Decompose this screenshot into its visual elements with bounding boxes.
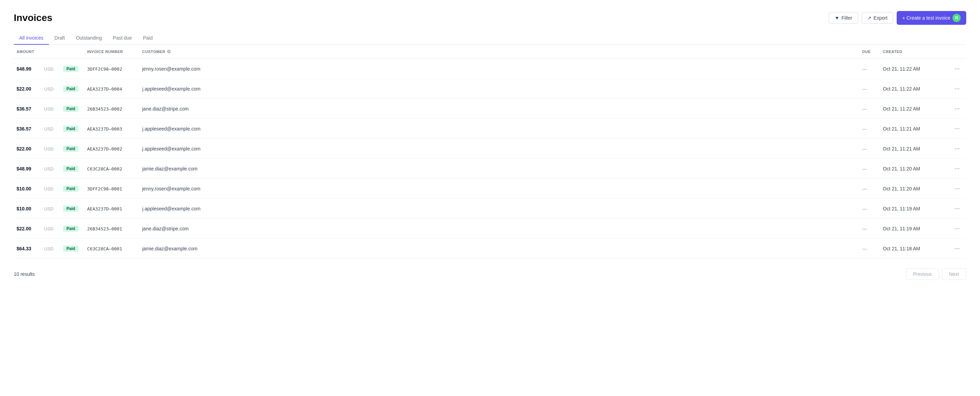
- row-status-badge: Paid: [63, 146, 78, 152]
- row-due: —: [862, 106, 867, 111]
- results-count: 10 results: [14, 271, 35, 277]
- row-amount: $48.99: [16, 166, 31, 172]
- row-more-button[interactable]: ···: [952, 143, 963, 154]
- tab-draft[interactable]: Draft: [49, 32, 70, 45]
- row-amount: $10.00: [16, 186, 31, 191]
- header-actions: ▼ Filter ↗ Export + Create a test invoic…: [829, 11, 966, 25]
- customer-settings-icon[interactable]: ⚙: [167, 49, 172, 54]
- row-due: —: [862, 246, 867, 251]
- row-currency: USD: [44, 107, 53, 111]
- row-due: —: [862, 126, 867, 132]
- row-created-date: Oct 21, 11:19 AM: [883, 226, 920, 231]
- table-row[interactable]: $10.00 USD Paid 3DFF2C98–0001 jenny.rose…: [14, 179, 966, 199]
- row-status-badge: Paid: [63, 226, 78, 232]
- row-created-date: Oct 21, 11:20 AM: [883, 186, 920, 191]
- avatar: N: [953, 14, 961, 22]
- column-actions: [949, 45, 966, 59]
- table-row[interactable]: $10.00 USD Paid AEA3237D–0001 j.applesee…: [14, 199, 966, 219]
- table-row[interactable]: $22.00 USD Paid AEA3237D–0004 j.applesee…: [14, 79, 966, 99]
- row-due: —: [862, 66, 867, 72]
- previous-button[interactable]: Previous: [906, 268, 939, 280]
- tab-outstanding[interactable]: Outstanding: [70, 32, 107, 45]
- table-footer: 10 results Previous Next: [14, 266, 966, 280]
- row-more-button[interactable]: ···: [952, 164, 963, 173]
- filter-label: Filter: [842, 15, 852, 21]
- row-invoice-number: 3DFF2C98–0002: [87, 67, 122, 72]
- row-currency: USD: [44, 246, 53, 251]
- row-currency: USD: [44, 186, 53, 191]
- column-invoice-number: INVOICE NUMBER: [84, 45, 140, 59]
- row-amount: $22.00: [16, 146, 31, 151]
- column-created: CREATED: [880, 45, 949, 59]
- table-row[interactable]: $36.57 USD Paid 26B34523–0002 jane.diaz@…: [14, 99, 966, 119]
- row-amount: $10.00: [16, 206, 31, 212]
- row-due: —: [862, 186, 867, 191]
- row-invoice-number: 26B34523–0001: [87, 226, 122, 231]
- filter-icon: ▼: [835, 15, 840, 21]
- row-currency: USD: [44, 226, 53, 231]
- row-invoice-number: AEA3237D–0003: [87, 126, 122, 132]
- row-more-button[interactable]: ···: [952, 124, 963, 134]
- export-icon: ↗: [867, 15, 872, 21]
- row-customer-email: jenny.rosen@example.com: [142, 66, 200, 72]
- filter-button[interactable]: ▼ Filter: [829, 12, 858, 24]
- row-created-date: Oct 21, 11:22 AM: [883, 86, 920, 92]
- row-more-button[interactable]: ···: [952, 204, 963, 213]
- row-invoice-number: 3DFF2C98–0001: [87, 186, 122, 191]
- column-customer: CUSTOMER ⚙: [140, 45, 859, 59]
- row-customer-email: j.appleseed@example.com: [142, 206, 200, 212]
- next-button[interactable]: Next: [942, 268, 966, 280]
- column-amount: AMOUNT: [14, 45, 84, 59]
- row-status-badge: Paid: [63, 86, 78, 92]
- row-created-date: Oct 21, 11:20 AM: [883, 166, 920, 172]
- row-created-date: Oct 21, 11:19 AM: [883, 206, 920, 212]
- row-created-date: Oct 21, 11:21 AM: [883, 146, 920, 151]
- table-row[interactable]: $48.99 USD Paid 3DFF2C98–0002 jenny.rose…: [14, 59, 966, 79]
- row-more-button[interactable]: ···: [952, 223, 963, 234]
- row-more-button[interactable]: ···: [952, 103, 963, 114]
- create-invoice-button[interactable]: + Create a test invoice N: [897, 11, 966, 25]
- table-row[interactable]: $36.57 USD Paid AEA3237D–0003 j.applesee…: [14, 119, 966, 139]
- row-customer-email: jenny.rosen@example.com: [142, 186, 200, 191]
- row-due: —: [862, 166, 867, 172]
- row-status-badge: Paid: [63, 186, 78, 192]
- row-invoice-number: C63C28CA–0002: [87, 166, 122, 172]
- row-amount: $22.00: [16, 226, 31, 231]
- row-invoice-number: AEA3237D–0002: [87, 146, 122, 151]
- row-amount: $36.57: [16, 106, 31, 111]
- invoices-table: AMOUNT INVOICE NUMBER CUSTOMER ⚙ DUE CRE…: [14, 45, 966, 259]
- row-invoice-number: AEA3237D–0004: [87, 86, 122, 92]
- tab-bar: All invoices Draft Outstanding Past due …: [14, 32, 966, 45]
- row-status-badge: Paid: [63, 126, 78, 132]
- row-status-badge: Paid: [63, 245, 78, 252]
- row-due: —: [862, 86, 867, 92]
- row-customer-email: jamie.diaz@example.com: [142, 246, 198, 251]
- column-due: DUE: [859, 45, 880, 59]
- table-row[interactable]: $48.99 USD Paid C63C28CA–0002 jamie.diaz…: [14, 159, 966, 179]
- row-invoice-number: AEA3237D–0001: [87, 206, 122, 212]
- row-more-button[interactable]: ···: [952, 84, 963, 94]
- row-amount: $22.00: [16, 86, 31, 92]
- tab-paid[interactable]: Paid: [137, 32, 158, 45]
- row-amount: $36.57: [16, 126, 31, 132]
- tab-past-due[interactable]: Past due: [107, 32, 137, 45]
- row-status-badge: Paid: [63, 165, 78, 172]
- tab-all-invoices[interactable]: All invoices: [14, 32, 49, 45]
- export-button[interactable]: ↗ Export: [862, 12, 893, 24]
- row-created-date: Oct 21, 11:22 AM: [883, 66, 920, 72]
- create-invoice-label: + Create a test invoice: [902, 15, 950, 21]
- page-title: Invoices: [14, 13, 52, 24]
- row-created-date: Oct 21, 11:18 AM: [883, 246, 920, 251]
- row-status-badge: Paid: [63, 106, 78, 112]
- table-row[interactable]: $64.33 USD Paid C63C28CA–0001 jamie.diaz…: [14, 239, 966, 259]
- row-invoice-number: C63C28CA–0001: [87, 246, 122, 251]
- row-more-button[interactable]: ···: [952, 183, 963, 194]
- table-row[interactable]: $22.00 USD Paid AEA3237D–0002 j.applesee…: [14, 139, 966, 159]
- pagination: Previous Next: [906, 268, 966, 280]
- table-row[interactable]: $22.00 USD Paid 26B34523–0001 jane.diaz@…: [14, 219, 966, 239]
- row-more-button[interactable]: ···: [952, 243, 963, 253]
- row-customer-email: j.appleseed@example.com: [142, 126, 200, 132]
- row-customer-email: jamie.diaz@example.com: [142, 166, 198, 172]
- row-currency: USD: [44, 206, 53, 212]
- row-more-button[interactable]: ···: [952, 64, 963, 74]
